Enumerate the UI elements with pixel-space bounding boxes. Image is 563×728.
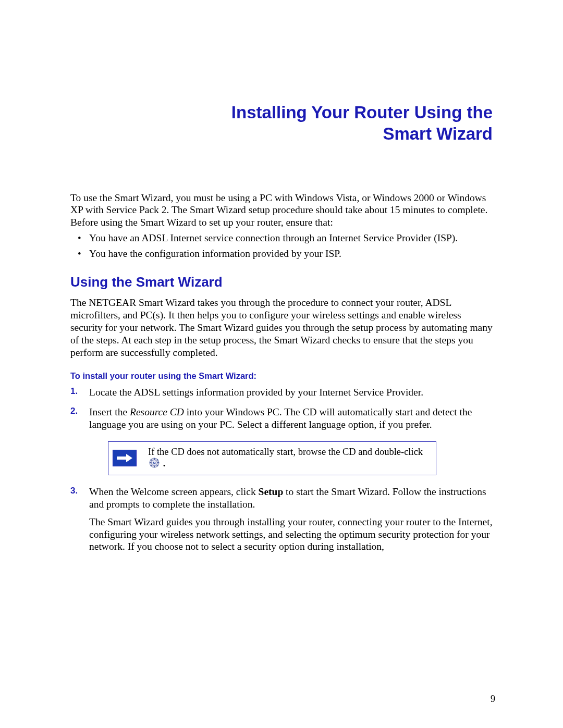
svg-rect-5 — [150, 462, 151, 463]
step-number: 2. — [70, 406, 78, 417]
svg-marker-1 — [126, 454, 132, 462]
list-item: 1. Locate the ADSL settings information … — [70, 386, 495, 399]
list-item: 3. When the Welcome screen appears, clic… — [70, 486, 495, 553]
svg-rect-3 — [154, 458, 155, 460]
procedure-list: 1. Locate the ADSL settings information … — [70, 386, 495, 553]
step-text: Locate the ADSL settings information pro… — [89, 387, 423, 398]
intro-paragraph: To use the Smart Wizard, you must be usi… — [70, 192, 495, 229]
step-number: 1. — [70, 386, 78, 397]
title-line-2: Smart Wizard — [383, 124, 493, 143]
autorun-gear-icon: N — [149, 458, 160, 471]
step-continuation: The Smart Wizard guides you through inst… — [89, 516, 495, 553]
list-item: 2. Insert the Resource CD into your Wind… — [70, 406, 495, 475]
svg-rect-0 — [117, 456, 126, 460]
arrow-icon — [113, 450, 137, 466]
svg-rect-4 — [154, 466, 155, 467]
page-number: 9 — [491, 694, 495, 705]
resource-cd-em: Resource CD — [130, 406, 184, 417]
page-title: Installing Your Router Using the Smart W… — [70, 102, 493, 145]
svg-text:N: N — [153, 461, 156, 465]
section-heading: Using the Smart Wizard — [70, 274, 495, 290]
svg-rect-6 — [157, 462, 159, 463]
title-line-1: Installing Your Router Using the — [231, 103, 493, 122]
requirements-list: You have an ADSL Internet service connec… — [70, 232, 495, 260]
page: Installing Your Router Using the Smart W… — [0, 0, 563, 553]
step-number: 3. — [70, 486, 78, 497]
setup-bold: Setup — [259, 486, 284, 497]
note-text: If the CD does not automatically start, … — [148, 446, 431, 471]
list-item: You have an ADSL Internet service connec… — [70, 232, 495, 244]
section-body: The NETGEAR Smart Wizard takes you throu… — [70, 297, 495, 359]
step-text: When the Welcome screen appears, click S… — [89, 486, 486, 510]
procedure-heading: To install your router using the Smart W… — [70, 371, 495, 381]
list-item: You have the configuration information p… — [70, 248, 495, 260]
step-text: Insert the Resource CD into your Windows… — [89, 406, 472, 430]
note-box: If the CD does not automatically start, … — [108, 441, 436, 476]
